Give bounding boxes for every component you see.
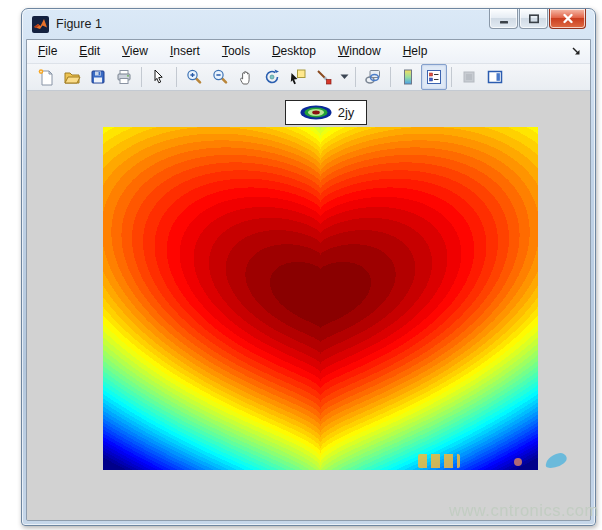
data-cursor-button[interactable] <box>285 64 311 90</box>
open-file-button[interactable] <box>59 64 85 90</box>
toolbar-separator <box>390 67 391 87</box>
window-title: Figure 1 <box>56 17 102 31</box>
hide-plot-tools-icon <box>460 68 478 86</box>
edit-plot-cursor-icon <box>150 68 168 86</box>
watermark-logo-dot <box>514 458 522 466</box>
pan-button[interactable] <box>233 64 259 90</box>
chevron-down-icon <box>340 74 349 80</box>
menu-window[interactable]: Window <box>327 40 392 63</box>
toolbar-separator <box>176 67 177 87</box>
watermark-logo-swoosh <box>544 452 568 469</box>
save-floppy-icon <box>89 68 107 86</box>
zoom-in-icon <box>185 68 203 86</box>
contour-swatch-icon <box>298 104 334 121</box>
dock-arrow-icon[interactable] <box>570 45 583 58</box>
open-folder-icon <box>63 68 81 86</box>
zoom-out-icon <box>211 68 229 86</box>
close-button[interactable] <box>549 9 586 29</box>
menu-view[interactable]: View <box>111 40 159 63</box>
window-controls <box>489 9 586 29</box>
menu-bar: File Edit View Insert Tools Desktop Wind… <box>27 40 590 64</box>
pan-hand-icon <box>237 68 255 86</box>
insert-legend-button[interactable] <box>421 64 447 90</box>
data-cursor-icon <box>289 68 307 86</box>
rotate-3d-button[interactable] <box>259 64 285 90</box>
toolbar-separator <box>451 67 452 87</box>
save-figure-button[interactable] <box>85 64 111 90</box>
new-figure-button[interactable] <box>33 64 59 90</box>
menu-help[interactable]: Help <box>392 40 439 63</box>
figure-toolbar <box>27 64 590 91</box>
maximize-icon <box>526 11 542 27</box>
watermark-url: www.cntronics.com <box>449 501 599 520</box>
matlab-logo-icon <box>32 16 49 33</box>
toolbar-separator <box>355 67 356 87</box>
watermark-logo-fragment <box>418 454 460 468</box>
legend-icon <box>425 68 443 86</box>
show-plot-tools-dock-button[interactable] <box>482 64 508 90</box>
minimize-icon <box>496 11 512 27</box>
minimize-button[interactable] <box>489 9 518 29</box>
hide-plot-tools-button[interactable] <box>456 64 482 90</box>
figure-content: File Edit View Insert Tools Desktop Wind… <box>26 39 591 521</box>
legend-label: 2jy <box>338 105 355 120</box>
insert-colorbar-button[interactable] <box>395 64 421 90</box>
menu-insert[interactable]: Insert <box>159 40 211 63</box>
menu-edit[interactable]: Edit <box>68 40 111 63</box>
brush-dropdown-button[interactable] <box>337 64 351 90</box>
colorbar-icon <box>399 68 417 86</box>
page: { "window": { "title": "Figure 1", "cont… <box>0 0 602 530</box>
link-chain-icon <box>364 68 382 86</box>
figure-window: Figure 1 File Edit View Insert Tools <box>21 8 596 526</box>
zoom-in-button[interactable] <box>181 64 207 90</box>
heart-contour-plot[interactable] <box>103 127 538 470</box>
brush-icon <box>315 68 333 86</box>
dock-figure-icon <box>486 68 504 86</box>
menu-file[interactable]: File <box>27 40 68 63</box>
print-figure-button[interactable] <box>111 64 137 90</box>
rotate-3d-icon <box>263 68 281 86</box>
menu-desktop[interactable]: Desktop <box>261 40 327 63</box>
printer-icon <box>115 68 133 86</box>
close-icon <box>560 12 576 26</box>
figure-client-area: 2jy <box>27 91 590 520</box>
legend-box[interactable]: 2jy <box>285 100 367 125</box>
maximize-button[interactable] <box>519 9 548 29</box>
brush-data-button[interactable] <box>311 64 337 90</box>
zoom-out-button[interactable] <box>207 64 233 90</box>
edit-plot-button[interactable] <box>146 64 172 90</box>
link-plot-button[interactable] <box>360 64 386 90</box>
menu-tools[interactable]: Tools <box>211 40 261 63</box>
new-document-icon <box>37 68 55 86</box>
toolbar-separator <box>141 67 142 87</box>
